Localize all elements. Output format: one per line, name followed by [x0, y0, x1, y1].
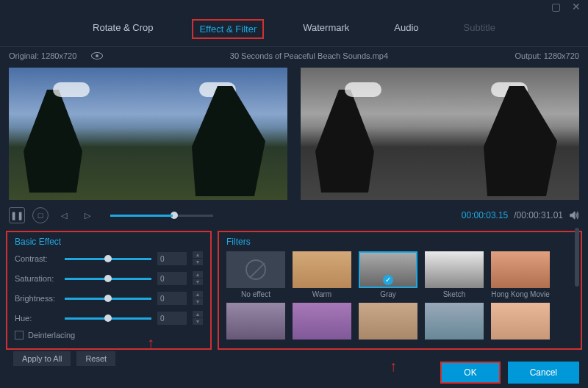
filter-warm[interactable] — [293, 251, 351, 288]
brightness-down[interactable]: ▼ — [193, 298, 203, 305]
filter-warm-label: Warm — [293, 290, 351, 298]
filter-gray-label: Gray — [359, 290, 417, 298]
filter-noeffect-label: No effect — [226, 290, 285, 298]
maximize-icon[interactable]: ▢ — [551, 1, 561, 12]
hue-value[interactable]: 0 — [157, 312, 187, 325]
filter-row2-1[interactable] — [226, 303, 285, 340]
saturation-value[interactable]: 0 — [157, 272, 187, 285]
time-current: 00:00:03.15 — [462, 210, 508, 220]
pause-button[interactable]: ❚❚ — [9, 207, 25, 223]
contrast-value[interactable]: 0 — [157, 252, 187, 265]
hue-slider[interactable] — [65, 317, 151, 320]
filters-title: Filters — [226, 237, 573, 247]
original-dimensions: Original: 1280x720 — [9, 51, 76, 60]
basic-effect-title: Basic Effect — [15, 237, 203, 247]
tab-bar: Rotate & Crop Effect & Filter Watermark … — [0, 13, 588, 47]
check-icon: ✓ — [383, 275, 393, 285]
saturation-up[interactable]: ▲ — [193, 271, 203, 278]
time-total: /00:00:31.01 — [514, 210, 563, 220]
noeffect-icon — [245, 259, 266, 280]
cancel-button[interactable]: Cancel — [508, 362, 579, 384]
tab-audio[interactable]: Audio — [388, 19, 424, 39]
preview-original — [9, 68, 287, 200]
annotation-arrow-2: ↑ — [390, 358, 397, 375]
saturation-slider[interactable] — [65, 278, 151, 280]
filter-sketch[interactable] — [425, 251, 484, 288]
filter-gray[interactable]: ✓ — [359, 251, 417, 288]
contrast-down[interactable]: ▼ — [193, 259, 203, 265]
contrast-up[interactable]: ▲ — [193, 251, 203, 258]
apply-to-all-button[interactable]: Apply to All — [13, 351, 71, 366]
playback-progress[interactable] — [110, 215, 213, 217]
contrast-slider[interactable] — [65, 258, 151, 260]
deinterlacing-checkbox[interactable] — [15, 331, 24, 340]
filter-sketch-label: Sketch — [425, 290, 484, 298]
tab-subtitle[interactable]: Subtitle — [458, 19, 501, 39]
deinterlacing-label: Deinterlacing — [28, 331, 75, 340]
brightness-label: Brightness: — [15, 294, 59, 303]
tab-rotate-crop[interactable]: Rotate & Crop — [87, 19, 159, 39]
hue-label: Hue: — [15, 314, 59, 323]
filter-row2-5[interactable] — [491, 303, 550, 340]
annotation-arrow-1: ↑ — [147, 334, 154, 351]
contrast-label: Contrast: — [15, 254, 59, 263]
output-dimensions: Output: 1280x720 — [515, 51, 579, 60]
close-icon[interactable]: ✕ — [572, 1, 581, 12]
hue-up[interactable]: ▲ — [193, 311, 203, 317]
preview-output — [301, 68, 579, 200]
volume-icon[interactable] — [569, 210, 579, 220]
ok-button[interactable]: OK — [440, 362, 500, 384]
prev-frame-button[interactable]: ◁ — [56, 207, 72, 223]
filters-scrollbar[interactable] — [575, 228, 579, 287]
brightness-up[interactable]: ▲ — [193, 291, 203, 298]
filter-noeffect[interactable] — [226, 251, 285, 288]
filter-hongkong[interactable] — [491, 251, 550, 288]
filter-hongkong-label: Hong Kong Movie — [491, 290, 550, 298]
saturation-down[interactable]: ▼ — [193, 279, 203, 285]
brightness-slider[interactable] — [65, 298, 151, 300]
reset-button[interactable]: Reset — [76, 351, 115, 366]
basic-effect-panel: Basic Effect Contrast: 0 ▲▼ Saturation: … — [6, 231, 212, 350]
brightness-value[interactable]: 0 — [157, 292, 187, 305]
hue-down[interactable]: ▼ — [193, 318, 203, 325]
stop-button[interactable]: □ — [32, 207, 49, 223]
tab-watermark[interactable]: Watermark — [297, 19, 355, 39]
next-frame-button[interactable]: ▷ — [79, 207, 96, 223]
filters-panel: Filters No effect Warm ✓ Gray Sketch Hon… — [218, 231, 582, 350]
filter-row2-2[interactable] — [293, 303, 351, 340]
saturation-label: Saturation: — [15, 274, 59, 283]
tab-effect-filter[interactable]: Effect & Filter — [192, 19, 264, 39]
eye-icon[interactable] — [91, 52, 103, 60]
filter-row2-3[interactable] — [359, 303, 417, 340]
filename: 30 Seconds of Peaceful Beach Sounds.mp4 — [230, 51, 388, 60]
filter-row2-4[interactable] — [425, 303, 484, 340]
